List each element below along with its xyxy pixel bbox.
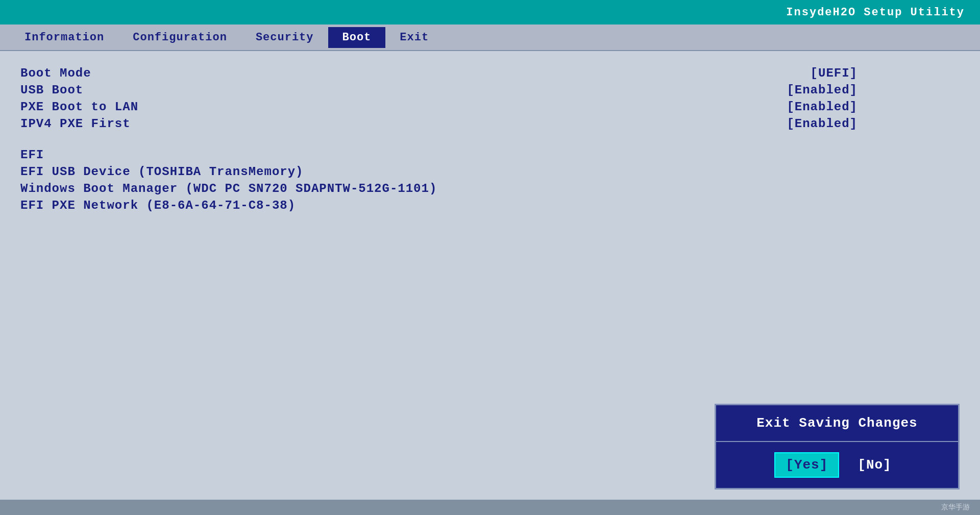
boot-entry-windows[interactable]: Windows Boot Manager (WDC PC SN720 SDAPN… bbox=[20, 182, 960, 195]
nav-item-exit[interactable]: Exit bbox=[385, 27, 443, 48]
boot-mode-label: Boot Mode bbox=[20, 66, 91, 80]
bottom-bar: 京华手游 bbox=[0, 500, 980, 515]
nav-bar: Information Configuration Security Boot … bbox=[0, 24, 980, 51]
main-content: Boot Mode [UEFI] USB Boot [Enabled] PXE … bbox=[0, 51, 980, 500]
setting-row-usb-boot[interactable]: USB Boot [Enabled] bbox=[20, 83, 960, 97]
top-bar: InsydeH2O Setup Utility bbox=[0, 0, 980, 24]
usb-boot-label: USB Boot bbox=[20, 83, 83, 97]
nav-item-boot[interactable]: Boot bbox=[328, 27, 386, 48]
boot-entry-usb[interactable]: EFI USB Device (TOSHIBA TransMemory) bbox=[20, 165, 960, 179]
efi-section-label: EFI bbox=[20, 148, 960, 162]
setting-row-boot-mode[interactable]: Boot Mode [UEFI] bbox=[20, 66, 960, 80]
ipv4-pxe-label: IPV4 PXE First bbox=[20, 117, 131, 131]
dialog-overlay: Exit Saving Changes [Yes] [No] bbox=[715, 404, 960, 489]
setting-row-pxe-boot[interactable]: PXE Boot to LAN [Enabled] bbox=[20, 100, 960, 114]
dialog-no-button[interactable]: [No] bbox=[849, 453, 899, 477]
dialog-title: Exit Saving Changes bbox=[716, 405, 958, 442]
pxe-boot-value: [Enabled] bbox=[787, 100, 960, 114]
nav-item-security[interactable]: Security bbox=[241, 27, 328, 48]
utility-title: InsydeH2O Setup Utility bbox=[786, 6, 965, 19]
dialog-yes-button[interactable]: [Yes] bbox=[774, 452, 839, 478]
setting-row-ipv4-pxe[interactable]: IPV4 PXE First [Enabled] bbox=[20, 117, 960, 131]
boot-entry-pxe-network[interactable]: EFI PXE Network (E8-6A-64-71-C8-38) bbox=[20, 199, 960, 212]
usb-boot-value: [Enabled] bbox=[787, 83, 960, 97]
ipv4-pxe-value: [Enabled] bbox=[787, 117, 960, 131]
watermark-text: 京华手游 bbox=[941, 503, 970, 512]
boot-mode-value: [UEFI] bbox=[811, 66, 960, 80]
exit-saving-dialog: Exit Saving Changes [Yes] [No] bbox=[715, 404, 960, 489]
nav-item-configuration[interactable]: Configuration bbox=[118, 27, 241, 48]
settings-table: Boot Mode [UEFI] USB Boot [Enabled] PXE … bbox=[20, 66, 960, 212]
nav-item-information[interactable]: Information bbox=[10, 27, 118, 48]
pxe-boot-label: PXE Boot to LAN bbox=[20, 100, 138, 114]
dialog-buttons: [Yes] [No] bbox=[716, 442, 958, 488]
